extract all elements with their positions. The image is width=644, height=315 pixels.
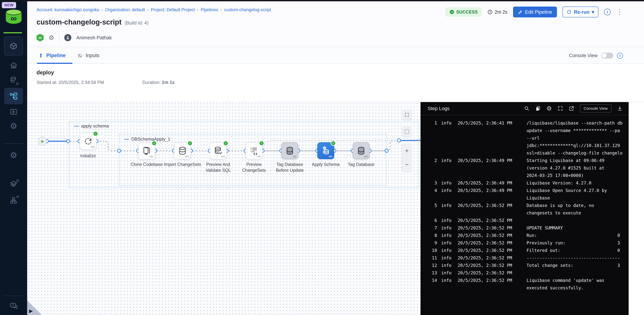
fullscreen-icon: [558, 106, 563, 111]
status-badge: SUCCESS: [446, 7, 482, 17]
node-label: Apply Schema: [307, 162, 344, 168]
zoom-out-button[interactable]: −: [402, 158, 412, 171]
build-id: (Build Id: 4): [124, 20, 148, 26]
code-icon: </>: [149, 155, 154, 158]
stage-duration: Duration: 2m 1s: [142, 80, 174, 85]
info-icon[interactable]: i: [604, 8, 611, 15]
node-tag-database[interactable]: </>: [353, 142, 370, 159]
log-output[interactable]: 1info20/5/2025, 2:36:41 PM/liquibase/liq…: [420, 115, 629, 292]
log-line: 7info20/5/2025, 2:36:52 PMUPDATE SUMMARY: [425, 224, 629, 232]
tab-pipeline[interactable]: Pipeline: [38, 47, 66, 64]
zoom-in-button[interactable]: +: [402, 144, 412, 158]
breadcrumb-current[interactable]: custom-changelog-script: [224, 7, 271, 12]
sidebar-item-help[interactable]: ?: [0, 302, 27, 310]
log-fullscreen-button[interactable]: [558, 106, 563, 111]
inputs-tab-icon: [77, 53, 83, 58]
sidebar-item-module[interactable]: [4, 36, 23, 56]
sidebar-item-settings[interactable]: ⚙: [0, 122, 27, 130]
breadcrumb-organization[interactable]: Organization: default: [105, 7, 145, 12]
node-clone-codebase[interactable]: ✓ </>: [138, 142, 155, 159]
node-preview-validate-sql[interactable]: ✓ </>: [210, 142, 227, 159]
log-console-view-button[interactable]: Console View: [580, 104, 612, 112]
cube-icon: [9, 42, 18, 50]
info-icon[interactable]: i: [617, 52, 623, 58]
pencil-icon: [518, 10, 523, 14]
database-check-icon: [213, 146, 223, 156]
executions-icon: [9, 108, 18, 116]
edit-pipeline-button[interactable]: Edit Pipeline: [513, 6, 557, 18]
node-label: Tag Database Before Update: [271, 162, 308, 173]
breadcrumb: Account: kurosakiichigo.songoku›Organiza…: [36, 7, 271, 12]
gear-icon: ⚙: [16, 194, 20, 199]
log-open-external-button[interactable]: [569, 106, 574, 111]
caret-down-icon: ▾: [592, 9, 594, 15]
gear-icon: ⚙: [16, 178, 20, 183]
sidebar-divider: [3, 143, 24, 144]
trigger-link-icon[interactable]: ∞: [36, 34, 44, 42]
canvas-marquee-select-button[interactable]: [402, 127, 412, 136]
sidebar-item-org-settings[interactable]: ⚙: [0, 196, 27, 206]
gear-icon: ⚙: [10, 151, 17, 159]
log-download-button[interactable]: [617, 106, 623, 111]
node-initialize[interactable]: ✓ </>: [80, 133, 96, 150]
pipeline-meta-row: ∞ ⚙ Animesh Pathak: [36, 33, 112, 42]
pipeline-start-node[interactable]: ▶: [38, 137, 47, 146]
changeset-list-icon: [249, 146, 259, 156]
log-line: 2info20/5/2025, 2:36:49 PMStarting Liqui…: [425, 157, 629, 179]
group-label-dbschemaapply: — DBSchemaApply_1: [124, 136, 170, 142]
collapse-icon[interactable]: —: [74, 123, 79, 129]
help-chat-icon: ?: [9, 302, 18, 310]
code-icon: </>: [364, 155, 368, 158]
gear-icon[interactable]: ⚙: [48, 34, 54, 41]
breadcrumb-account[interactable]: Account: kurosakiichigo.songoku: [36, 7, 99, 12]
harness-dbops-logo[interactable]: ∞: [6, 9, 22, 24]
sidebar-item-home[interactable]: [0, 61, 27, 70]
sidebar-item-project-settings[interactable]: ⚙: [0, 151, 27, 159]
stage-started-at: Started at: 20/5/2025, 2:34:58 PM: [36, 80, 104, 85]
stage-summary: deploy Started at: 20/5/2025, 2:34:58 PM…: [27, 64, 644, 102]
sidebar-item-executions[interactable]: [0, 108, 27, 116]
node-import-changesets[interactable]: ✓ </>: [174, 142, 191, 159]
code-icon: </>: [221, 155, 225, 158]
node-tag-database-before-update[interactable]: </>: [281, 142, 298, 159]
collapse-icon[interactable]: —: [124, 136, 129, 142]
log-search-button[interactable]: [524, 106, 530, 111]
more-menu-icon[interactable]: ⋮: [616, 8, 623, 15]
sidebar: NEW ∞ ⚙ ⚙ ⚙: [0, 1, 27, 315]
marquee-select-icon: [404, 130, 409, 134]
log-line: 5info20/5/2025, 2:36:52 PMDatabase is up…: [425, 202, 629, 217]
rerun-button[interactable]: Re-run ▾: [562, 6, 598, 18]
group-label-apply-schema: — apply schema: [74, 123, 109, 129]
code-icon: </>: [292, 155, 296, 158]
console-view-label: Console View: [569, 53, 598, 58]
breadcrumb-project[interactable]: Project: Default Project: [151, 7, 195, 12]
log-line: 13info20/5/2025, 2:36:52 PM: [425, 269, 629, 276]
node-label: Initialize: [69, 153, 107, 159]
check-circle-icon: [449, 9, 454, 14]
new-badge: NEW: [2, 2, 16, 8]
node-preview-changesets[interactable]: ✓ </>: [246, 142, 262, 159]
tab-inputs[interactable]: Inputs: [77, 47, 100, 64]
sidebar-item-pipelines-active[interactable]: [4, 88, 23, 104]
play-icon: ▶: [41, 139, 44, 144]
breadcrumb-pipelines[interactable]: Pipelines: [200, 7, 218, 12]
step-logs-header: Step Logs ⚙ Console View: [420, 102, 629, 115]
log-settings-button[interactable]: ⚙: [546, 105, 552, 112]
sidebar-item-layers-settings[interactable]: ⚙: [0, 180, 27, 189]
sidebar-item-databases[interactable]: ⚙: [0, 76, 27, 85]
console-view-toggle[interactable]: [601, 52, 613, 58]
step-logs-panel: Step Logs ⚙ Console View 1info20/5/2025,…: [420, 102, 629, 315]
canvas-fullscreen-button[interactable]: [402, 110, 412, 120]
divider: [59, 33, 60, 42]
page-title: custom-changelog-script(Build Id: 4): [36, 18, 148, 26]
success-badge: ✓: [259, 141, 264, 146]
node-apply-schema[interactable]: ✓ </>: [317, 142, 334, 159]
pipeline-tab-icon: [38, 53, 44, 58]
gear-icon: ⚙: [16, 82, 19, 86]
database-icon: [285, 146, 295, 156]
log-copy-button[interactable]: [535, 106, 541, 111]
expand-arrow-icon[interactable]: ▶: [29, 308, 33, 314]
pipeline-canvas[interactable]: — apply schema — DBSchemaApply_1 ▶ ✓ </>…: [27, 102, 420, 315]
node-label: Tag Database: [342, 162, 380, 168]
success-badge: ✓: [187, 141, 192, 146]
